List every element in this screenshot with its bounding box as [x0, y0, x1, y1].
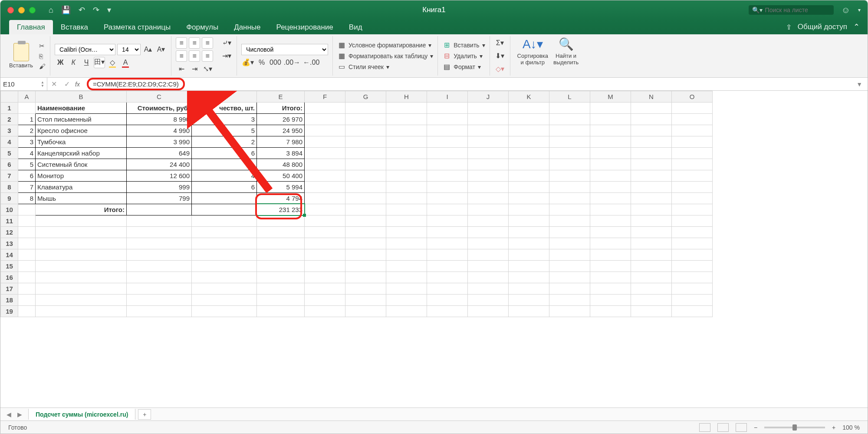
- cell[interactable]: [549, 306, 590, 317]
- cell[interactable]: 12 600: [127, 170, 192, 182]
- cell[interactable]: [468, 238, 509, 249]
- col-header[interactable]: H: [386, 91, 427, 103]
- cell[interactable]: [590, 114, 631, 125]
- underline-button[interactable]: Ч: [81, 57, 92, 68]
- cell[interactable]: [18, 103, 36, 114]
- cell[interactable]: [468, 249, 509, 261]
- cell[interactable]: [127, 204, 192, 215]
- cell[interactable]: [18, 306, 36, 317]
- cancel-formula-icon[interactable]: ✕: [47, 80, 60, 88]
- cell[interactable]: Системный блок: [36, 159, 127, 170]
- cell[interactable]: [590, 215, 631, 227]
- cell[interactable]: [672, 125, 713, 136]
- cell[interactable]: [672, 193, 713, 204]
- cell[interactable]: [36, 306, 127, 317]
- maximize-window-icon[interactable]: [29, 7, 36, 13]
- cell[interactable]: [305, 249, 345, 261]
- cell[interactable]: [631, 136, 672, 148]
- cell[interactable]: [631, 283, 672, 295]
- cell[interactable]: [386, 125, 427, 136]
- col-header[interactable]: K: [509, 91, 549, 103]
- cell[interactable]: [509, 261, 549, 272]
- search-box[interactable]: 🔍▾: [749, 5, 834, 15]
- cell[interactable]: [192, 249, 257, 261]
- cell[interactable]: [468, 103, 509, 114]
- cell[interactable]: [305, 159, 345, 170]
- decrease-indent-icon[interactable]: ⇤: [176, 63, 187, 75]
- cell[interactable]: [386, 272, 427, 283]
- cell[interactable]: 999: [127, 182, 192, 193]
- align-top-icon[interactable]: ≡: [176, 37, 187, 49]
- cell[interactable]: [305, 148, 345, 159]
- cell[interactable]: [468, 170, 509, 182]
- tab-home[interactable]: Главная: [9, 20, 53, 34]
- cell[interactable]: [127, 238, 192, 249]
- cell[interactable]: 4 794: [257, 193, 305, 204]
- cell[interactable]: [509, 204, 549, 215]
- col-header[interactable]: I: [427, 91, 468, 103]
- cell[interactable]: [468, 295, 509, 306]
- cell[interactable]: [345, 295, 386, 306]
- row-header[interactable]: 5: [1, 148, 18, 159]
- cell[interactable]: 24 950: [257, 125, 305, 136]
- cell[interactable]: [672, 159, 713, 170]
- cell[interactable]: [672, 103, 713, 114]
- formula-input[interactable]: =СУММ(E2:E9;D2:D9;C2:C9): [82, 80, 851, 88]
- tab-review[interactable]: Рецензирование: [269, 20, 341, 34]
- cell[interactable]: [127, 283, 192, 295]
- cell[interactable]: [631, 193, 672, 204]
- cell[interactable]: [590, 306, 631, 317]
- cell[interactable]: 8 990: [127, 114, 192, 125]
- cell[interactable]: [345, 159, 386, 170]
- cell[interactable]: [672, 182, 713, 193]
- cell[interactable]: [427, 238, 468, 249]
- cell[interactable]: Итого:: [257, 103, 305, 114]
- fill-icon[interactable]: ⬇▾: [494, 50, 506, 62]
- cell[interactable]: [386, 295, 427, 306]
- borders-button[interactable]: 田▾: [94, 57, 105, 68]
- cell[interactable]: [305, 193, 345, 204]
- number-format-select[interactable]: Числовой: [241, 44, 328, 55]
- cell[interactable]: 3 894: [257, 148, 305, 159]
- cell[interactable]: [36, 215, 127, 227]
- align-right-icon[interactable]: ≡: [202, 50, 213, 62]
- zoom-out-icon[interactable]: −: [754, 424, 757, 431]
- cell[interactable]: [590, 136, 631, 148]
- tab-data[interactable]: Данные: [226, 20, 268, 34]
- cell[interactable]: 3: [18, 136, 36, 148]
- cell[interactable]: Итого:: [36, 204, 127, 215]
- cell[interactable]: Тумбочка: [36, 136, 127, 148]
- percent-icon[interactable]: %: [256, 57, 267, 68]
- row-header[interactable]: 11: [1, 215, 18, 227]
- col-header[interactable]: B: [36, 91, 127, 103]
- cell[interactable]: чество, шт.: [192, 103, 257, 114]
- row-header[interactable]: 7: [1, 170, 18, 182]
- cell[interactable]: [509, 238, 549, 249]
- row-header[interactable]: 3: [1, 125, 18, 136]
- cell[interactable]: [305, 261, 345, 272]
- cell[interactable]: [127, 215, 192, 227]
- cell[interactable]: [427, 170, 468, 182]
- cell[interactable]: [509, 136, 549, 148]
- cell[interactable]: [18, 283, 36, 295]
- cell[interactable]: [631, 295, 672, 306]
- search-input[interactable]: [765, 7, 830, 13]
- row-header[interactable]: 13: [1, 238, 18, 249]
- cell[interactable]: [549, 170, 590, 182]
- cell[interactable]: [36, 295, 127, 306]
- cell[interactable]: 6: [192, 182, 257, 193]
- cell[interactable]: [305, 103, 345, 114]
- cell[interactable]: [305, 227, 345, 238]
- cell[interactable]: Мышь: [36, 193, 127, 204]
- tab-page-layout[interactable]: Разметка страницы: [96, 20, 178, 34]
- find-select-button[interactable]: 🔍 Найти и выделить: [551, 37, 581, 75]
- cell[interactable]: [509, 193, 549, 204]
- share-icon[interactable]: ⇪: [786, 23, 792, 31]
- cell[interactable]: 3: [192, 114, 257, 125]
- select-all-corner[interactable]: [1, 91, 18, 103]
- cell[interactable]: [672, 283, 713, 295]
- cell[interactable]: [549, 136, 590, 148]
- cell[interactable]: [386, 159, 427, 170]
- cell[interactable]: [257, 215, 305, 227]
- cell[interactable]: [427, 283, 468, 295]
